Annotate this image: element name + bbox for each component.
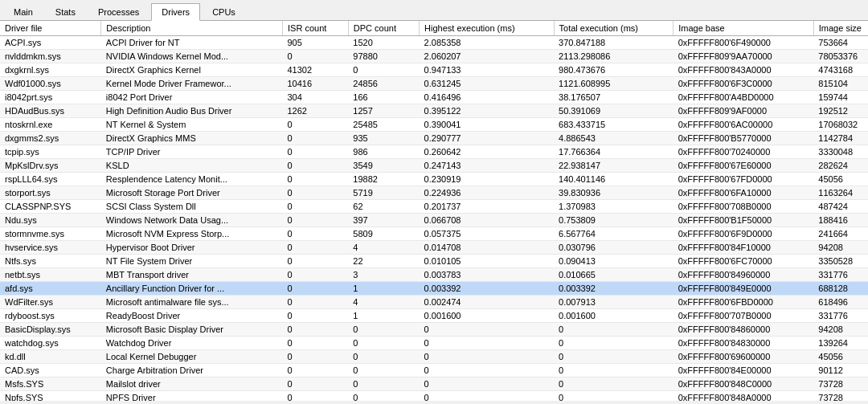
column-header-2[interactable]: ISR count xyxy=(283,21,349,36)
cell-5-5: 50.391069 xyxy=(554,104,674,118)
cell-21-4: 0 xyxy=(420,323,554,337)
cell-1-4: 2.060207 xyxy=(420,50,554,63)
cell-13-4: 0.066708 xyxy=(420,214,554,227)
cell-1-1: NVIDIA Windows Kernel Mod... xyxy=(101,50,283,63)
cell-17-3: 3 xyxy=(348,268,419,282)
cell-23-4: 0 xyxy=(420,350,554,364)
cell-10-7: 45056 xyxy=(813,173,868,186)
table-row[interactable]: WdFilter.sysMicrosoft antimalware file s… xyxy=(0,296,868,309)
cell-24-1: Charge Arbitration Driver xyxy=(101,364,283,377)
cell-9-0: MpKslDrv.sys xyxy=(0,159,101,173)
cell-11-4: 0.224936 xyxy=(420,186,554,200)
cell-11-3: 5719 xyxy=(348,186,419,200)
table-row[interactable]: Msfs.SYSMailslot driver00000xFFFFF800'84… xyxy=(0,377,868,391)
tab-drivers[interactable]: Drivers xyxy=(151,3,200,21)
table-row[interactable]: watchdog.sysWatchdog Driver00000xFFFFF80… xyxy=(0,337,868,350)
cell-8-7: 3330048 xyxy=(813,145,868,159)
tab-processes[interactable]: Processes xyxy=(88,3,149,20)
table-row[interactable]: Ndu.sysWindows Network Data Usag...03970… xyxy=(0,214,868,227)
cell-16-4: 0.010105 xyxy=(420,255,554,268)
cell-3-7: 815104 xyxy=(813,77,868,91)
cell-14-1: Microsoft NVM Express Storp... xyxy=(101,227,283,241)
cell-4-7: 159744 xyxy=(813,91,868,104)
cell-7-7: 1142784 xyxy=(813,132,868,145)
cell-12-5: 1.370983 xyxy=(554,200,674,214)
cell-6-2: 0 xyxy=(283,118,349,132)
table-row[interactable]: Ntfs.sysNT File System Driver0220.010105… xyxy=(0,255,868,268)
cell-19-7: 618496 xyxy=(813,296,868,309)
table-row[interactable]: ACPI.sysACPI Driver for NT90515202.08535… xyxy=(0,36,868,50)
cell-0-1: ACPI Driver for NT xyxy=(101,36,283,50)
table-row[interactable]: ntoskrnl.exeNT Kernel & System0254850.39… xyxy=(0,118,868,132)
cell-2-7: 4743168 xyxy=(813,63,868,77)
table-row[interactable]: netbt.sysMBT Transport driver030.0037830… xyxy=(0,268,868,282)
cell-18-4: 0.003392 xyxy=(420,282,554,296)
cell-17-1: MBT Transport driver xyxy=(101,268,283,282)
tab-cpus[interactable]: CPUs xyxy=(202,3,246,20)
column-header-3[interactable]: DPC count xyxy=(348,21,419,36)
column-header-6[interactable]: Image base xyxy=(674,21,814,36)
cell-12-7: 487424 xyxy=(813,200,868,214)
table-row[interactable]: dxgmms2.sysDirectX Graphics MMS09350.290… xyxy=(0,132,868,145)
cell-12-1: SCSI Class System Dll xyxy=(101,200,283,214)
cell-1-2: 0 xyxy=(283,50,349,63)
cell-14-0: stormnvme.sys xyxy=(0,227,101,241)
column-header-1[interactable]: Description xyxy=(101,21,283,36)
cell-17-2: 0 xyxy=(283,268,349,282)
cell-1-7: 78053376 xyxy=(813,50,868,63)
table-row[interactable]: dxgkrnl.sysDirectX Graphics Kernel413020… xyxy=(0,63,868,77)
table-row[interactable]: afd.sysAncillary Function Driver for ...… xyxy=(0,282,868,296)
table-row[interactable]: rspLLL64.sysResplendence Latency Monit..… xyxy=(0,173,868,186)
table-row[interactable]: kd.dllLocal Kernel Debugger00000xFFFFF80… xyxy=(0,350,868,364)
cell-23-6: 0xFFFFF800'69600000 xyxy=(674,350,814,364)
cell-7-1: DirectX Graphics MMS xyxy=(101,132,283,145)
cell-22-0: watchdog.sys xyxy=(0,337,101,350)
tab-stats[interactable]: Stats xyxy=(45,3,86,20)
column-header-0[interactable]: Driver file xyxy=(0,21,101,36)
cell-9-7: 282624 xyxy=(813,159,868,173)
table-row[interactable]: MpKslDrv.sysKSLD035490.24714322.9381470x… xyxy=(0,159,868,173)
cell-13-5: 0.753809 xyxy=(554,214,674,227)
tab-main[interactable]: Main xyxy=(3,3,43,20)
cell-11-7: 1163264 xyxy=(813,186,868,200)
table-row[interactable]: rdyboost.sysReadyBoost Driver010.0016000… xyxy=(0,309,868,323)
cell-14-4: 0.057375 xyxy=(420,227,554,241)
table-row[interactable]: nvlddmkm.sysNVIDIA Windows Kernel Mod...… xyxy=(0,50,868,63)
table-row[interactable]: tcpip.sysTCP/IP Driver09860.26064217.766… xyxy=(0,145,868,159)
cell-15-7: 94208 xyxy=(813,241,868,255)
table-row[interactable]: Wdf01000.sysKernel Mode Driver Framewor.… xyxy=(0,77,868,91)
column-header-5[interactable]: Total execution (ms) xyxy=(554,21,674,36)
table-row[interactable]: i8042prt.sysi8042 Port Driver3041660.416… xyxy=(0,91,868,104)
cell-13-3: 397 xyxy=(348,214,419,227)
table-row[interactable]: CAD.sysCharge Arbitration Driver00000xFF… xyxy=(0,364,868,377)
cell-5-1: High Definition Audio Bus Driver xyxy=(101,104,283,118)
cell-24-6: 0xFFFFF800'84E00000 xyxy=(674,364,814,377)
cell-5-4: 0.395122 xyxy=(420,104,554,118)
cell-3-4: 0.631245 xyxy=(420,77,554,91)
cell-8-1: TCP/IP Driver xyxy=(101,145,283,159)
cell-25-5: 0 xyxy=(554,377,674,391)
column-header-4[interactable]: Highest execution (ms) xyxy=(420,21,554,36)
cell-23-2: 0 xyxy=(283,350,349,364)
cell-4-0: i8042prt.sys xyxy=(0,91,101,104)
cell-20-1: ReadyBoost Driver xyxy=(101,309,283,323)
cell-15-6: 0xFFFFF800'84F10000 xyxy=(674,241,814,255)
cell-0-0: ACPI.sys xyxy=(0,36,101,50)
cell-2-0: dxgkrnl.sys xyxy=(0,63,101,77)
cell-12-4: 0.201737 xyxy=(420,200,554,214)
table-row[interactable]: stormnvme.sysMicrosoft NVM Express Storp… xyxy=(0,227,868,241)
cell-19-2: 0 xyxy=(283,296,349,309)
cell-23-0: kd.dll xyxy=(0,350,101,364)
table-row[interactable]: BasicDisplay.sysMicrosoft Basic Display … xyxy=(0,323,868,337)
table-row[interactable]: storport.sysMicrosoft Storage Port Drive… xyxy=(0,186,868,200)
cell-9-3: 3549 xyxy=(348,159,419,173)
table-row[interactable]: HDAudBus.sysHigh Definition Audio Bus Dr… xyxy=(0,104,868,118)
table-row[interactable]: CLASSPNP.SYSSCSI Class System Dll0620.20… xyxy=(0,200,868,214)
table-container[interactable]: Driver fileDescriptionISR countDPC count… xyxy=(0,21,868,401)
cell-1-0: nvlddmkm.sys xyxy=(0,50,101,63)
column-header-7[interactable]: Image size xyxy=(813,21,868,36)
cell-16-2: 0 xyxy=(283,255,349,268)
table-row[interactable]: Npfs.SYSNPFS Driver00000xFFFFF800'848A00… xyxy=(0,391,868,402)
cell-25-2: 0 xyxy=(283,377,349,391)
table-row[interactable]: hvservice.sysHypervisor Boot Driver040.0… xyxy=(0,241,868,255)
